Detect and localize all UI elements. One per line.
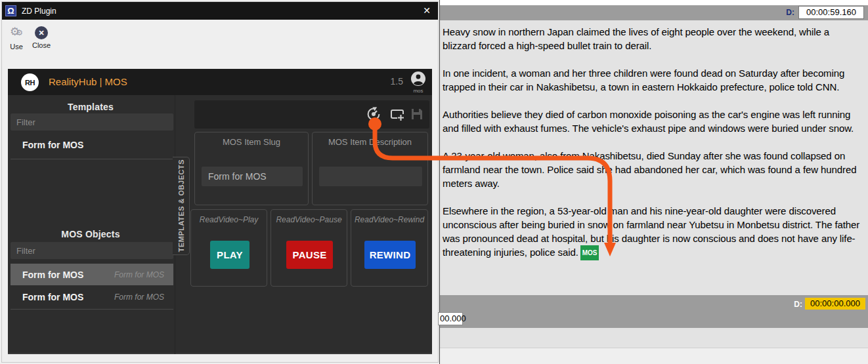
mos-object-name: Form for MOS bbox=[22, 270, 114, 280]
preview-refresh-icon[interactable] bbox=[366, 107, 381, 121]
window-close-icon[interactable]: ✕ bbox=[421, 5, 433, 16]
readvideo-play-group: ReadVideo~Play PLAY bbox=[190, 209, 267, 287]
readvideo-play-caption: ReadVideo~Play bbox=[191, 215, 267, 224]
pause-button[interactable]: PAUSE bbox=[286, 241, 333, 269]
readvideo-rewind-group: ReadVideo~Rewind REWIND bbox=[351, 209, 428, 287]
timecode-box: 00.000 bbox=[438, 312, 463, 325]
readvideo-pause-caption: ReadVideo~Pause bbox=[271, 215, 347, 224]
editor-lower-strip bbox=[440, 328, 868, 348]
omega-app-icon: Ω bbox=[5, 5, 16, 16]
window-title: ZD Plugin bbox=[22, 7, 56, 16]
close-circle-icon: ✕ bbox=[35, 26, 48, 39]
mos-item-slug-group: MOS Item Slug bbox=[194, 132, 309, 205]
readvideo-rewind-caption: ReadVideo~Rewind bbox=[351, 215, 427, 224]
script-paragraph: Authorities believe they died of carbon … bbox=[443, 108, 864, 135]
zd-plugin-window: Ω ZD Plugin ✕ ⚙⚙ Use ✕ Close RH RealityH… bbox=[1, 1, 439, 363]
mos-objects-section-title: MOS Objects bbox=[8, 229, 173, 239]
editor-top-bar: D: 00:00:59.160 bbox=[440, 5, 868, 20]
play-button[interactable]: PLAY bbox=[210, 241, 250, 269]
duration-value[interactable]: 00:00:59.160 bbox=[798, 6, 864, 19]
mos-item-description-group: MOS Item Description bbox=[312, 132, 428, 205]
mos-object-description: Form for MOS bbox=[114, 270, 164, 279]
templates-filter-input[interactable] bbox=[11, 113, 173, 131]
mos-item-slug-input[interactable] bbox=[202, 167, 303, 186]
mos-objects-filter-input[interactable] bbox=[11, 242, 173, 259]
readvideo-pause-group: ReadVideo~Pause PAUSE bbox=[271, 209, 347, 287]
mos-object-row[interactable]: Form for MOS Form for MOS bbox=[11, 286, 173, 308]
mos-item-description-input[interactable] bbox=[319, 167, 422, 186]
script-paragraph: Elsewhere in the region, a 53-year-old m… bbox=[443, 204, 864, 260]
editor-top-strip bbox=[440, 0, 868, 5]
duration-label: D: bbox=[786, 8, 794, 17]
window-titlebar[interactable]: Ω ZD Plugin ✕ bbox=[2, 2, 438, 20]
realityhub-panel: RH RealityHub | MOS 1.5 mos Templates Fo… bbox=[8, 69, 432, 354]
script-paragraph: Heavy snow in northern Japan claimed the… bbox=[443, 25, 864, 52]
realityhub-header: RH RealityHub | MOS 1.5 mos bbox=[8, 69, 432, 95]
tab-label: TEMPLATES & OBJECTS bbox=[177, 159, 185, 252]
script-editor-panel: D: 00:00:59.160 Heavy snow in northern J… bbox=[439, 0, 868, 364]
user-menu[interactable]: mos bbox=[410, 71, 427, 94]
form-toolbar bbox=[194, 100, 429, 129]
duration-label: D: bbox=[794, 300, 802, 309]
mos-inline-badge[interactable]: MOS bbox=[580, 245, 599, 260]
mos-object-description: Form for MOS bbox=[114, 293, 164, 302]
close-button[interactable]: ✕ Close bbox=[28, 25, 54, 49]
mos-object-name: Form for MOS bbox=[22, 292, 114, 302]
save-icon[interactable] bbox=[410, 107, 424, 121]
script-paragraph: In one incident, a woman and her three c… bbox=[443, 66, 864, 94]
templates-section-title: Templates bbox=[8, 102, 173, 112]
editor-bottom-bar: D: 00:00:00.000 00.000 bbox=[440, 295, 868, 328]
add-item-icon[interactable] bbox=[390, 107, 404, 121]
close-button-label: Close bbox=[28, 41, 54, 49]
realityhub-logo: RH bbox=[21, 73, 39, 91]
script-text-area[interactable]: Heavy snow in northern Japan claimed the… bbox=[440, 20, 868, 295]
version-label: 1.5 bbox=[391, 76, 403, 87]
screen: Ω ZD Plugin ✕ ⚙⚙ Use ✕ Close RH RealityH… bbox=[0, 0, 868, 364]
app-toolbar: ⚙⚙ Use ✕ Close bbox=[2, 20, 438, 66]
user-avatar-icon bbox=[410, 71, 426, 87]
rewind-button[interactable]: REWIND bbox=[364, 241, 416, 269]
mos-item-description-label: MOS Item Description bbox=[313, 137, 427, 147]
mos-item-slug-label: MOS Item Slug bbox=[195, 137, 308, 147]
script-paragraph: A 23-year-old woman, also from Nakashibe… bbox=[443, 149, 864, 190]
realityhub-title: RealityHub | MOS bbox=[49, 76, 127, 87]
use-button-label: Use bbox=[3, 43, 30, 51]
duration-value-highlighted[interactable]: 00:00:00.000 bbox=[805, 298, 865, 310]
user-name-label: mos bbox=[410, 88, 427, 94]
script-paragraph-text: Elsewhere in the region, a 53-year-old m… bbox=[443, 205, 859, 258]
mos-object-row[interactable]: Form for MOS Form for MOS bbox=[11, 264, 173, 285]
gears-icon: ⚙⚙ bbox=[3, 25, 30, 41]
list-divider bbox=[11, 309, 173, 310]
use-button[interactable]: ⚙⚙ Use bbox=[3, 25, 30, 51]
tab-templates-and-objects[interactable]: TEMPLATES & OBJECTS bbox=[173, 157, 190, 255]
template-list-item[interactable]: Form for MOS bbox=[11, 134, 173, 159]
